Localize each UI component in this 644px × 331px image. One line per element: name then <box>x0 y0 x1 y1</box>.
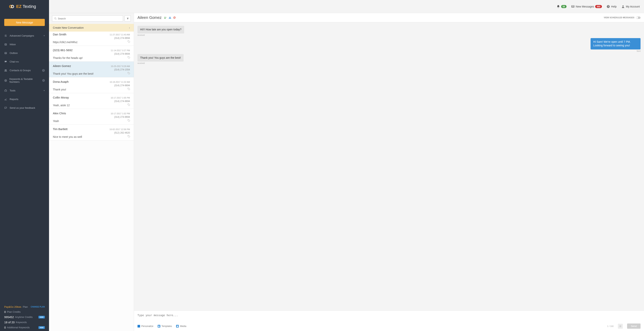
add-button[interactable]: ADD <box>38 326 45 329</box>
svg-rect-8 <box>5 90 7 91</box>
svg-point-4 <box>6 70 6 70</box>
nav-label: Chat <box>10 60 15 63</box>
users-icon <box>4 69 10 72</box>
outbox-up-icon <box>4 52 10 55</box>
new-messages-link[interactable]: New Messages 660 <box>571 5 602 8</box>
conversation-item[interactable]: (323) 861-569211-14-2017 3:27 PM(314) 27… <box>49 46 134 62</box>
conversation-item[interactable]: Collin Moray10-17-2017 1:05 PM(314) 274-… <box>49 93 134 109</box>
sidebar: EZ Texting New Message Advanced Campaign… <box>0 0 49 331</box>
svg-point-26 <box>620 326 621 326</box>
nav-item-keywords-textable-numbers[interactable]: Keywords & Textable Numbersi <box>0 75 49 86</box>
nav-item-contacts-groups[interactable]: Contacts & Groupsi <box>0 66 49 75</box>
chat-column: Aileen Gomez VIEW SCHEDULED MESSAGES Hi!… <box>134 13 644 331</box>
tag-icon[interactable] <box>128 88 130 91</box>
svg-point-11 <box>622 6 624 7</box>
credit-label: Plan Credits <box>7 310 20 313</box>
conversation-preview: Nice to meet you as well <box>53 135 130 138</box>
conversation-item[interactable]: Tim Bartlett10-02-2017 12:56 PM(512) 262… <box>49 125 134 141</box>
conversation-time: 11-14-2017 3:27 PM <box>111 49 130 52</box>
svg-point-1 <box>5 36 6 36</box>
conversation-name: Dan Smith <box>53 33 66 36</box>
info-icon: i <box>42 69 45 72</box>
conversation-item[interactable]: Dona Asaph10-18-2017 11:32 AM(314) 274-9… <box>49 77 134 93</box>
add-button[interactable]: ADD <box>38 316 45 318</box>
svg-text:?: ? <box>608 5 609 8</box>
templates-label: Templates <box>162 325 172 327</box>
help-link[interactable]: ? Help <box>606 5 617 8</box>
filter-button[interactable] <box>124 16 131 22</box>
tag-icon[interactable] <box>128 119 130 123</box>
conversation-phone: (512) 262-4620 <box>53 131 130 134</box>
media-button[interactable]: ▣ Media <box>176 325 186 327</box>
personalize-button[interactable]: 👤 Personalize <box>138 325 154 327</box>
tag-icon[interactable] <box>128 135 130 138</box>
credit-number: 0 <box>4 326 6 329</box>
change-plan-link[interactable]: CHANGE PLAN <box>31 306 45 308</box>
conversation-item[interactable]: Dan Smith11-27-2017 11:43 AM(314) 274-96… <box>49 32 134 46</box>
nav-item-send-us-your-feedback[interactable]: Send us your feedback <box>0 104 49 112</box>
svg-point-15 <box>128 57 128 57</box>
create-conversation-button[interactable]: Create New Conversation › <box>49 24 134 32</box>
conversation-preview: Thanks for the heads up! <box>53 56 130 60</box>
svg-line-13 <box>56 19 56 20</box>
credit-label: Keywords <box>16 321 27 324</box>
message-status: received <box>138 62 145 64</box>
notifications-bell[interactable]: 56 <box>556 5 566 8</box>
svg-point-7 <box>6 80 6 81</box>
nav-item-inbox[interactable]: Inbox <box>0 40 49 49</box>
nav-label: Keywords & Textable Numbers <box>10 78 42 83</box>
gear-icon <box>619 325 622 327</box>
credit-number: 0 <box>4 310 6 313</box>
scheduled-toggle[interactable] <box>636 17 640 19</box>
svg-point-2 <box>6 36 6 37</box>
nav-item-tools[interactable]: Tools▾ <box>0 86 49 95</box>
templates-button[interactable]: ▤ Templates <box>158 325 172 327</box>
filter-icon <box>126 17 129 20</box>
svg-point-12 <box>54 18 56 19</box>
new-message-button[interactable]: New Message <box>4 19 45 26</box>
svg-point-18 <box>128 104 128 104</box>
credit-label: Anytime Credits <box>15 315 33 318</box>
nav-label: Inbox <box>10 43 16 46</box>
conversation-item[interactable]: Alex Chris10-17-2017 1:02 PM(314) 274-96… <box>49 109 134 125</box>
message-bubble: Hi!!! How late are you open today? <box>138 26 184 34</box>
chevron-down-icon: ▾ <box>44 35 45 37</box>
nav-label: Outbox <box>10 52 18 55</box>
conversation-name: Dona Asaph <box>53 80 69 83</box>
message-row: Hi Sam! We're open until 7 PM. Looking f… <box>138 38 640 52</box>
svg-point-14 <box>128 41 128 41</box>
tag-icon[interactable] <box>128 103 130 107</box>
send-button[interactable]: Send <box>627 323 640 329</box>
search-box[interactable] <box>52 16 123 22</box>
conversation-name: Tim Bartlett <box>53 127 68 131</box>
nav-item-reports[interactable]: Reports <box>0 95 49 104</box>
account-link[interactable]: My Account <box>621 5 640 8</box>
chevron-down-icon: ▾ <box>44 89 45 92</box>
tag-icon[interactable] <box>128 72 130 75</box>
nav-label: Tools <box>10 89 16 92</box>
contact-added-icon[interactable] <box>164 16 167 19</box>
nav-label: Advanced Campaigns <box>10 34 34 37</box>
nav-item-chat[interactable]: Chatbeta <box>0 57 49 66</box>
conversation-name: Aileen Gomez <box>53 64 71 68</box>
block-icon[interactable] <box>173 16 176 19</box>
group-icon[interactable] <box>168 16 171 19</box>
credit-label: Additional Keywords <box>7 326 30 329</box>
svg-point-17 <box>128 88 128 89</box>
conversation-phone: (314) 274-9694 <box>53 116 130 118</box>
conversation-item[interactable]: Aileen Gomez10-25-2017 8:28 AM(314) 274-… <box>49 62 134 77</box>
nav-item-outbox[interactable]: Outbox <box>0 49 49 57</box>
conversation-name: Collin Moray <box>53 96 69 99</box>
message-bubble: Hi Sam! We're open until 7 PM. Looking f… <box>590 38 640 50</box>
conversation-phone: (314) 274-9694 <box>53 53 130 55</box>
create-conversation-label: Create New Conversation <box>53 26 84 29</box>
tag-icon[interactable] <box>128 40 130 44</box>
chat-icon <box>4 60 10 63</box>
composer-settings-button[interactable] <box>618 324 623 329</box>
nav-item-advanced-campaigns[interactable]: Advanced Campaigns▾ <box>0 31 49 40</box>
message-input[interactable] <box>134 310 644 321</box>
logo[interactable]: EZ Texting <box>0 0 49 13</box>
svg-line-25 <box>174 17 175 18</box>
tag-icon[interactable] <box>128 56 130 60</box>
search-input[interactable] <box>58 17 121 20</box>
